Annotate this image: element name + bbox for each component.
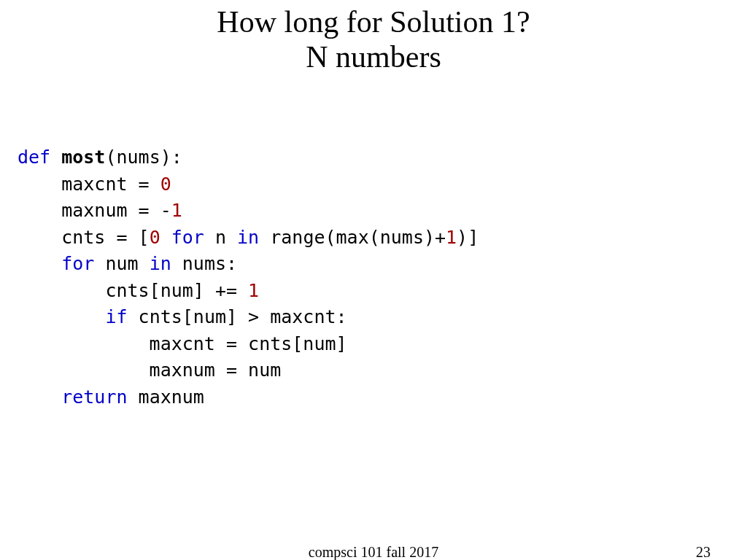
line-return-a — [18, 386, 61, 408]
kw-if: if — [105, 306, 127, 327]
slide-title: How long for Solution 1? N numbers — [0, 0, 747, 75]
num-0-b: 0 — [150, 227, 160, 248]
page-number: 23 — [696, 544, 711, 560]
num-1-b: 1 — [446, 227, 457, 248]
line-maxnum-a: maxnum = - — [18, 200, 171, 221]
line-assign-maxnum: maxnum = num — [18, 359, 281, 381]
slide: How long for Solution 1? N numbers def m… — [0, 0, 747, 560]
kw-return: return — [61, 386, 127, 408]
footer-course: compsci 101 fall 2017 — [309, 544, 438, 560]
line-if-a — [18, 306, 105, 327]
code-block: def most(nums): maxcnt = 0 maxnum = -1 c… — [18, 144, 479, 411]
kw-def: def — [18, 147, 50, 168]
line-return-b: maxnum — [128, 386, 204, 408]
kw-for-comp: for — [171, 227, 204, 248]
line-cnts-d: range(max(nums)+ — [259, 227, 446, 248]
line-cnts-e: )] — [457, 227, 479, 248]
line-assign-maxcnt: maxcnt = cnts[num] — [18, 333, 347, 354]
kw-in-comp: in — [237, 227, 259, 248]
function-name: most — [61, 147, 105, 168]
line-for-c: nums: — [171, 253, 237, 274]
line-for-b: num — [94, 253, 149, 274]
params: (nums): — [105, 147, 182, 168]
line-if-b: cnts[num] > maxcnt: — [128, 306, 347, 327]
title-line-1: How long for Solution 1? — [217, 5, 530, 39]
num-1-c: 1 — [248, 280, 259, 301]
kw-for-loop: for — [61, 253, 94, 274]
kw-in-loop: in — [150, 253, 171, 274]
line-cnts-b — [160, 227, 171, 248]
line-cnts-a: cnts = [ — [18, 227, 150, 248]
num-1-a: 1 — [171, 200, 182, 221]
line-cnts-c: n — [204, 227, 237, 248]
num-0-a: 0 — [160, 174, 171, 195]
line-incr-a: cnts[num] += — [18, 280, 248, 301]
title-line-2: N numbers — [306, 40, 441, 74]
line-for-a — [18, 253, 61, 274]
line-maxcnt-a: maxcnt = — [18, 174, 160, 195]
